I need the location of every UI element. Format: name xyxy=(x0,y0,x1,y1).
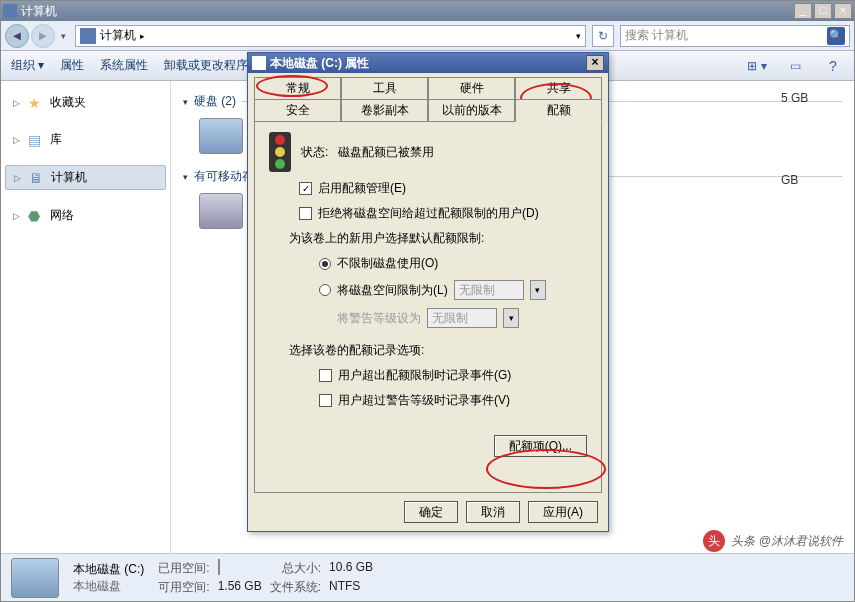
computer-icon: 🖥 xyxy=(29,170,45,186)
log-warning-checkbox[interactable] xyxy=(319,394,332,407)
preview-pane-button[interactable]: ▭ xyxy=(784,56,806,76)
breadcrumb-chevron[interactable]: ▸ xyxy=(140,31,145,41)
warning-level-label: 将警告等级设为 xyxy=(337,310,421,327)
quota-entries-button[interactable]: 配额项(Q)... xyxy=(494,435,587,457)
warning-value-combo[interactable]: 无限制 xyxy=(427,308,497,328)
log-exceed-label: 用户超出配额限制时记录事件(G) xyxy=(338,367,511,384)
breadcrumb-segment[interactable]: 计算机 xyxy=(100,27,136,44)
properties-dialog: 本地磁盘 (C:) 属性 × 常规 工具 硬件 共享 安全 卷影副本 以前的版本… xyxy=(247,52,609,532)
group-label: 硬盘 (2) xyxy=(194,93,236,110)
rightpane-info: 5 GB GB xyxy=(781,91,808,187)
ok-button[interactable]: 确定 xyxy=(404,501,458,523)
used-label: 已用空间: xyxy=(158,560,209,577)
search-icon[interactable]: 🔍 xyxy=(827,27,845,45)
dialog-buttons: 确定 取消 应用(A) xyxy=(248,493,608,531)
star-icon: ★ xyxy=(28,95,44,111)
watermark-icon: 头 xyxy=(703,530,725,552)
search-placeholder: 搜索 计算机 xyxy=(625,27,688,44)
free-label: 可用空间: xyxy=(158,579,209,596)
chevron-right-icon: ▷ xyxy=(14,173,21,183)
computer-icon xyxy=(3,4,17,18)
sidebar-label: 网络 xyxy=(50,207,74,224)
tab-quota[interactable]: 配额 xyxy=(515,99,602,122)
limit-unit-dropdown[interactable]: ▾ xyxy=(530,280,546,300)
organize-menu[interactable]: 组织 ▾ xyxy=(11,57,44,74)
tab-strip: 常规 工具 硬件 共享 安全 卷影副本 以前的版本 配额 xyxy=(248,73,608,121)
deny-exceed-checkbox[interactable] xyxy=(299,207,312,220)
tab-previous-versions[interactable]: 以前的版本 xyxy=(428,99,515,121)
system-properties-button[interactable]: 系统属性 xyxy=(100,57,148,74)
chevron-right-icon: ▷ xyxy=(13,98,20,108)
tab-general[interactable]: 常规 xyxy=(254,77,341,99)
log-exceed-checkbox[interactable] xyxy=(319,369,332,382)
sidebar-item-favorites[interactable]: ▷ ★ 收藏夹 xyxy=(5,91,166,114)
network-icon: ⬣ xyxy=(28,208,44,224)
history-dropdown[interactable]: ▾ xyxy=(57,31,69,41)
drive-icon xyxy=(199,118,243,154)
default-limit-label: 为该卷上的新用户选择默认配额限制: xyxy=(289,230,587,247)
drive-icon xyxy=(252,56,266,70)
sidebar-item-network[interactable]: ▷ ⬣ 网络 xyxy=(5,204,166,227)
limit-to-radio[interactable] xyxy=(319,284,331,296)
status-label: 状态: xyxy=(301,144,328,161)
maximize-button[interactable]: □ xyxy=(814,3,832,19)
chevron-right-icon: ▷ xyxy=(13,211,20,221)
status-name: 本地磁盘 (C:) xyxy=(73,561,144,578)
drive-icon xyxy=(11,558,59,598)
tab-security[interactable]: 安全 xyxy=(254,99,341,121)
forward-button[interactable]: ► xyxy=(31,24,55,48)
sidebar-label: 库 xyxy=(50,131,62,148)
dialog-close-button[interactable]: × xyxy=(586,55,604,71)
search-input[interactable]: 搜索 计算机 🔍 xyxy=(620,25,850,47)
deny-exceed-label: 拒绝将磁盘空间给超过配额限制的用户(D) xyxy=(318,205,539,222)
status-type: 本地磁盘 xyxy=(73,578,144,595)
sidebar-label: 收藏夹 xyxy=(50,94,86,111)
status-bar: 本地磁盘 (C:) 本地磁盘 已用空间: 总大小: 10.6 GB 可用空间: … xyxy=(1,553,854,601)
cancel-button[interactable]: 取消 xyxy=(466,501,520,523)
address-dropdown[interactable]: ▾ xyxy=(576,31,581,41)
refresh-button[interactable]: ↻ xyxy=(592,25,614,47)
fs-value: NTFS xyxy=(329,579,373,596)
limit-value-combo[interactable]: 无限制 xyxy=(454,280,524,300)
watermark-text: 头条 @沐沐君说软件 xyxy=(731,533,843,550)
library-icon: ▤ xyxy=(28,132,44,148)
tab-shadow-copies[interactable]: 卷影副本 xyxy=(341,99,428,121)
log-options-label: 选择该卷的配额记录选项: xyxy=(289,342,587,359)
titlebar: 计算机 _ □ × xyxy=(1,1,854,21)
fs-label: 文件系统: xyxy=(270,579,321,596)
nav-bar: ◄ ► ▾ 计算机 ▸ ▾ ↻ 搜索 计算机 🔍 xyxy=(1,21,854,51)
dialog-titlebar: 本地磁盘 (C:) 属性 × xyxy=(248,53,608,73)
sidebar-item-computer[interactable]: ▷ 🖥 计算机 xyxy=(5,165,166,190)
tab-sharing[interactable]: 共享 xyxy=(515,77,602,99)
traffic-light-icon xyxy=(269,132,291,172)
computer-icon xyxy=(80,28,96,44)
minimize-button[interactable]: _ xyxy=(794,3,812,19)
enable-quota-checkbox[interactable]: ✓ xyxy=(299,182,312,195)
used-value xyxy=(218,560,262,577)
floppy-icon xyxy=(199,193,243,229)
warning-unit-dropdown[interactable]: ▾ xyxy=(503,308,519,328)
free-value: 1.56 GB xyxy=(218,579,262,596)
enable-quota-label: 启用配额管理(E) xyxy=(318,180,406,197)
tab-hardware[interactable]: 硬件 xyxy=(428,77,515,99)
quota-panel: 状态: 磁盘配额已被禁用 ✓ 启用配额管理(E) 拒绝将磁盘空间给超过配额限制的… xyxy=(254,121,602,493)
no-limit-label: 不限制磁盘使用(O) xyxy=(337,255,438,272)
help-icon[interactable]: ? xyxy=(822,56,844,76)
properties-button[interactable]: 属性 xyxy=(60,57,84,74)
apply-button[interactable]: 应用(A) xyxy=(528,501,598,523)
view-menu[interactable]: ⊞ ▾ xyxy=(746,56,768,76)
limit-to-label: 将磁盘空间限制为(L) xyxy=(337,282,448,299)
back-button[interactable]: ◄ xyxy=(5,24,29,48)
group-label: 有可移动存 xyxy=(194,168,254,185)
no-limit-radio[interactable] xyxy=(319,258,331,270)
nav-sidebar: ▷ ★ 收藏夹 ▷ ▤ 库 ▷ 🖥 计算机 ▷ ⬣ 网络 xyxy=(1,81,171,553)
total-label: 总大小: xyxy=(270,560,321,577)
close-button[interactable]: × xyxy=(834,3,852,19)
tab-tools[interactable]: 工具 xyxy=(341,77,428,99)
uninstall-button[interactable]: 卸载或更改程序 xyxy=(164,57,248,74)
sidebar-label: 计算机 xyxy=(51,169,87,186)
status-value: 磁盘配额已被禁用 xyxy=(338,144,434,161)
sidebar-item-libraries[interactable]: ▷ ▤ 库 xyxy=(5,128,166,151)
address-bar[interactable]: 计算机 ▸ ▾ xyxy=(75,25,586,47)
window-title: 计算机 xyxy=(21,3,794,20)
